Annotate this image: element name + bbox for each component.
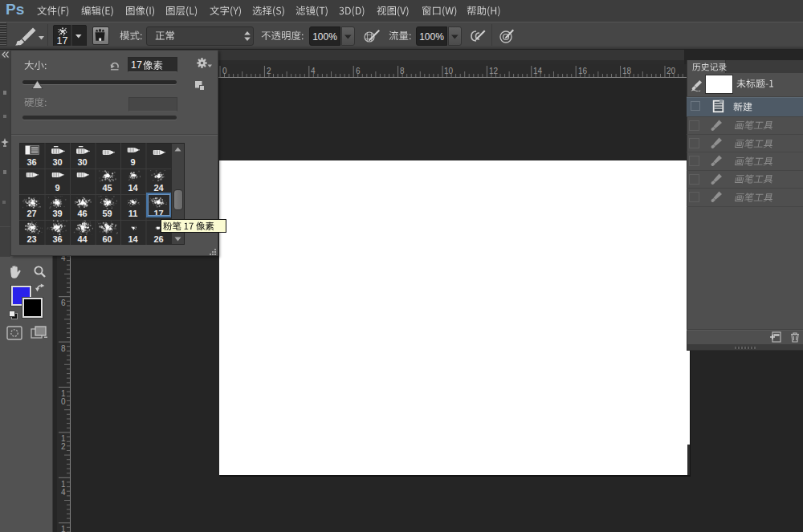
svg-text:14: 14 — [533, 67, 543, 75]
svg-text:8: 8 — [400, 67, 405, 75]
svg-text:18: 18 — [622, 67, 632, 75]
svg-text:12: 12 — [489, 67, 499, 75]
svg-text:4: 4 — [61, 488, 66, 497]
svg-text:20: 20 — [666, 67, 676, 75]
svg-text:6: 6 — [61, 298, 66, 307]
svg-text:0: 0 — [61, 397, 66, 406]
svg-text:4: 4 — [311, 67, 316, 75]
svg-text:16: 16 — [578, 67, 588, 75]
svg-text:1: 1 — [61, 525, 66, 532]
svg-text:0: 0 — [222, 67, 227, 75]
svg-text:2: 2 — [267, 67, 271, 75]
svg-text:2: 2 — [61, 442, 66, 451]
svg-text:8: 8 — [61, 344, 66, 353]
svg-text:10: 10 — [444, 67, 454, 75]
svg-text:6: 6 — [356, 67, 361, 75]
